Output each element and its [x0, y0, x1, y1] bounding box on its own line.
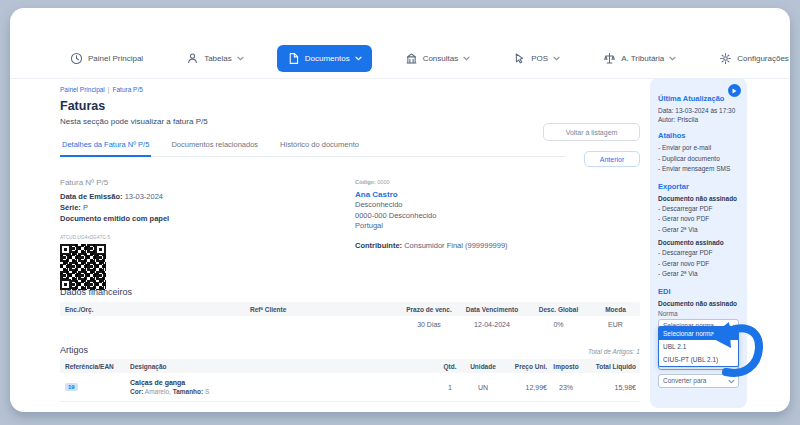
article-name: Calças de ganga — [130, 379, 436, 386]
page-subtitle: Nesta secção pode visualizar a fatura P/… — [60, 117, 640, 126]
breadcrumb-home[interactable]: Painel Principal — [60, 86, 105, 93]
col-qtd: Qtd. — [436, 363, 464, 370]
nav-item-configuracoes[interactable]: Configurações — [709, 45, 790, 72]
top-navigation: Painel Principal Tabelas Documentos Cons… — [10, 38, 790, 79]
cell-desc-global: 0% — [526, 321, 591, 328]
app-window: Painel Principal Tabelas Documentos Cons… — [10, 8, 790, 412]
articles-header-row: Referência/EAN Designação Qtd. Unidade P… — [60, 359, 640, 373]
nav-label: Consultas — [423, 54, 459, 63]
col-referencia-ean: Referência/EAN — [60, 363, 130, 370]
nav-item-consultas[interactable]: Consultas — [395, 45, 481, 72]
export-signed-title: Documento assinado — [658, 239, 739, 246]
financial-data-row: 30 Dias 12-04-2024 0% EUR — [60, 316, 640, 332]
export-unsigned-new-pdf[interactable]: - Gerar novo PDF — [658, 214, 739, 225]
shortcut-send-email[interactable]: - Enviar por e-mail — [658, 143, 739, 154]
breadcrumb-separator: | — [108, 86, 110, 93]
emission-date-row: Data de Emissão: 13-03-2024 — [60, 191, 300, 202]
gear-icon — [719, 52, 732, 65]
convert-to-select[interactable]: Converter para — [658, 374, 739, 388]
col-data-vencimento: Data Vencimento — [458, 306, 526, 313]
last-update-title: Última Atualização — [658, 94, 739, 103]
col-enc-orc: Enc./Orç. — [60, 306, 250, 313]
document-icon — [287, 52, 300, 65]
customer-code: Código: 0000 — [355, 177, 508, 188]
col-prazo-venc: Prazo de venc. — [400, 306, 458, 313]
dropdown-option-ubl[interactable]: UBL 2.1 — [659, 340, 738, 353]
cell-data-vencimento: 12-04-2024 — [458, 321, 526, 328]
shortcut-duplicate-doc[interactable]: - Duplicar documento — [658, 154, 739, 165]
dropdown-option-cius-pt[interactable]: CIUS-PT (UBL 2.1) — [659, 353, 738, 366]
article-total: 15,98€ — [585, 384, 640, 391]
taxpayer-row: Contribuinte: Consumidor Final (99999999… — [355, 241, 508, 252]
user-icon — [186, 52, 199, 65]
main-content: Painel Principal|Fatura P/5 Faturas Nest… — [60, 79, 640, 402]
norma-dropdown-list: Selecionar norma UBL 2.1 CIUS-PT (UBL 2.… — [658, 326, 739, 367]
series-row: Série: P — [60, 202, 300, 213]
shortcut-send-sms[interactable]: - Enviar mensagem SMS — [658, 164, 739, 175]
invoice-number: Fatura Nº P/5 — [60, 177, 300, 188]
col-preco-uni: Preço Uni. — [502, 363, 547, 370]
chevron-down-icon — [355, 56, 362, 61]
tab-bar: Detalhes da Fatura Nº P/5 Documentos rel… — [60, 136, 565, 157]
article-ref-link[interactable]: 19 — [65, 383, 78, 391]
tab-historico-documento[interactable]: Histórico do documento — [278, 136, 361, 156]
articles-section: Artigos Total de Artigos: 1 Referência/E… — [60, 345, 640, 402]
articles-title: Artigos — [60, 345, 88, 355]
chevron-down-icon — [553, 56, 560, 61]
qr-code — [60, 244, 106, 290]
col-designacao: Designação — [130, 363, 436, 370]
tab-detalhes-fatura[interactable]: Detalhes da Fatura Nº P/5 — [60, 136, 151, 157]
tab-documentos-relacionados[interactable]: Documentos relacionados — [169, 136, 260, 156]
nav-label: POS — [531, 54, 548, 63]
building-icon — [405, 52, 418, 65]
nav-label: A. Tributária — [621, 54, 664, 63]
article-tax: 23% — [547, 384, 585, 391]
export-unsigned-title: Documento não assinado — [658, 195, 739, 202]
chevron-down-icon — [463, 56, 470, 61]
right-sidebar: Última Atualização Data: 13-03-2024 às 1… — [650, 78, 747, 408]
customer-block: Código: 0000 Ana Castro Desconhecido 000… — [355, 177, 508, 251]
nav-item-painel-principal[interactable]: Painel Principal — [60, 45, 153, 72]
nav-label: Painel Principal — [88, 54, 143, 63]
last-update-author: Autor: Priscila — [658, 115, 739, 124]
chevron-down-icon — [669, 56, 676, 61]
customer-name-link[interactable]: Ana Castro — [355, 190, 508, 201]
nav-item-pos[interactable]: POS — [503, 45, 570, 72]
invoice-summary: Fatura Nº P/5 Data de Emissão: 13-03-202… — [60, 177, 640, 273]
col-moeda: Moeda — [591, 306, 640, 313]
article-attributes: Cor: Amarelo, Tamanho: S — [130, 388, 436, 395]
cursor-icon — [513, 52, 526, 65]
edi-title: EDI — [658, 287, 739, 296]
chevron-down-icon — [237, 56, 244, 61]
export-signed-second-copy[interactable]: - Gerar 2ª Via — [658, 269, 739, 280]
cell-prazo-venc: 30 Dias — [400, 321, 458, 328]
export-unsigned-second-copy[interactable]: - Gerar 2ª Via — [658, 225, 739, 236]
customer-address-line2: 0000-000 Desconhecido — [355, 211, 508, 222]
dropdown-option-selecionar-norma[interactable]: Selecionar norma — [659, 327, 738, 340]
article-price: 12,99€ — [502, 384, 547, 391]
col-unidade: Unidade — [464, 363, 502, 370]
export-unsigned-download-pdf[interactable]: - Descarregar PDF — [658, 204, 739, 215]
paper-note: Documento emitido com papel — [60, 213, 300, 224]
nav-item-tabelas[interactable]: Tabelas — [176, 45, 254, 72]
nav-item-documentos[interactable]: Documentos — [277, 45, 372, 72]
collapse-sidebar-button[interactable] — [728, 84, 741, 97]
export-title: Exportar — [658, 182, 739, 191]
financial-section: Dados financeiros Enc./Orç. Refª Cliente… — [60, 287, 640, 332]
edi-unsigned-norma-label: Norma — [658, 310, 739, 317]
nav-label: Tabelas — [204, 54, 232, 63]
col-imposto: Imposto — [547, 363, 585, 370]
col-ref-cliente: Refª Cliente — [250, 306, 400, 313]
col-total-liquido: Total Líquido — [585, 363, 640, 370]
nav-label: Documentos — [305, 54, 350, 63]
breadcrumb: Painel Principal|Fatura P/5 — [60, 86, 640, 93]
chevron-down-icon — [728, 379, 735, 384]
export-signed-download-pdf[interactable]: - Descarregar PDF — [658, 248, 739, 259]
shortcuts-title: Atalhos — [658, 131, 739, 140]
export-signed-new-pdf[interactable]: - Gerar novo PDF — [658, 259, 739, 270]
nav-item-a-tributaria[interactable]: A. Tributária — [593, 45, 686, 72]
customer-address-line1: Desconhecido — [355, 200, 508, 211]
cell-moeda: EUR — [591, 321, 640, 328]
edi-unsigned-title: Documento não assinado — [658, 300, 739, 307]
clock-icon — [70, 52, 83, 65]
